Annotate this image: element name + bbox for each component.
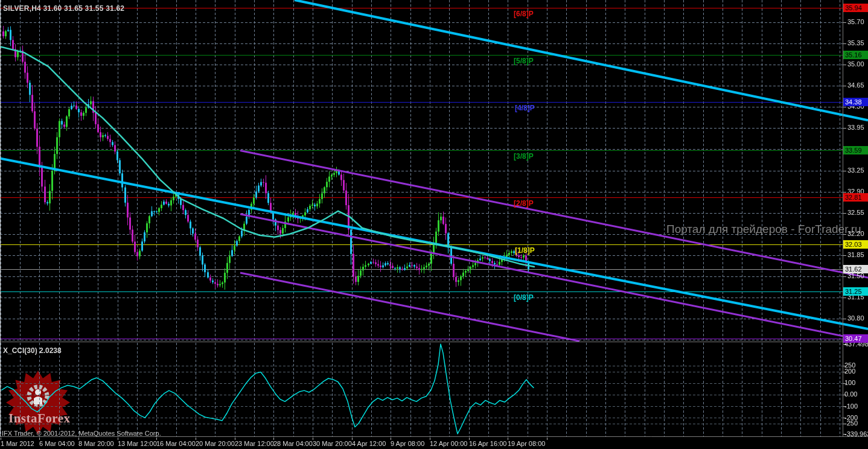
indicator-tick-label: -339.963	[844, 430, 868, 438]
murrey-label: [4/8]P	[515, 104, 535, 112]
time-tick-label: 8 Mar 20:00	[78, 440, 114, 447]
instaforex-logo-text: InstaForex	[8, 411, 71, 426]
price-level-label: 33.59	[843, 146, 868, 154]
chart-title: SILVER,H4 31.60 31.65 31.55 31.62	[3, 4, 124, 13]
time-tick-label: 9 Apr 08:00	[391, 440, 424, 447]
time-tick-label: 12 Apr 00:00	[430, 440, 467, 447]
copyright-text: IFX Trader, © 2001-2012, MetaQuotes Soft…	[2, 430, 161, 437]
price-tick-label: 35.35	[847, 39, 864, 46]
time-tick-label: 28 Mar 04:00	[273, 440, 313, 447]
indicator-tick-label: 200	[844, 368, 855, 375]
price-tick-label: 33.95	[847, 124, 864, 131]
price-tick-label: 32.20	[847, 230, 864, 237]
cci-indicator-label: X_CCI(30) 2.0238	[3, 346, 62, 355]
time-tick-label: 23 Mar 12:00	[235, 440, 274, 447]
time-tick-label: 16 Apr 16:00	[469, 440, 506, 447]
indicator-tick-label: 100	[844, 379, 855, 386]
murrey-label: [3/8]P	[514, 152, 534, 161]
time-tick-label: 4 Apr 12:00	[352, 440, 386, 447]
price-level-label: 31.62	[843, 265, 868, 273]
price-level-label: 35.94	[843, 4, 868, 12]
time-tick-label: 13 Mar 12:00	[118, 440, 157, 447]
price-tick-label: 33.25	[847, 167, 864, 174]
price-tick-label: 31.85	[847, 251, 864, 258]
mt4-chart-window: InstaForex SILVER,H4 31.60 31.65 31.55 3…	[0, 0, 868, 449]
price-tick-label: 32.55	[847, 209, 864, 216]
indicator-tick-label: 0.00	[844, 390, 857, 398]
price-level-label: 31.25	[843, 287, 868, 296]
murrey-label: [1/8]P	[515, 246, 535, 255]
price-level-label: 30.47	[843, 334, 868, 343]
murrey-label: [6/8]P	[514, 10, 534, 18]
murrey-label: [5/8]P	[514, 57, 534, 65]
time-tick-label: 19 Apr 08:00	[508, 440, 545, 447]
price-tick-label: 34.65	[847, 81, 864, 89]
indicator-tick-label: -250	[844, 419, 858, 427]
fortrader-watermark: Портал для трейдеров - ForTrader.ru	[666, 223, 861, 236]
price-level-label: 32.81	[843, 193, 868, 202]
indicator-tick-label: -100	[844, 403, 858, 410]
price-level-label: 34.38	[843, 98, 868, 106]
time-tick-label: 1 Mar 2012	[1, 440, 34, 447]
time-tick-label: 30 Mar 20:00	[313, 440, 352, 447]
murrey-label: [2/8]P	[514, 199, 534, 208]
murrey-label: [0/8]P	[514, 293, 534, 302]
price-tick-label: 30.80	[847, 314, 864, 322]
price-tick-label: 35.70	[847, 18, 864, 25]
price-level-label: 35.16	[843, 51, 868, 59]
time-tick-label: 6 Mar 04:00	[39, 440, 75, 447]
time-tick-label: 20 Mar 20:00	[196, 440, 235, 447]
time-tick-label: 16 Mar 04:00	[156, 440, 196, 447]
price-tick-label: 35.00	[847, 60, 864, 68]
price-level-label: 32.03	[843, 240, 868, 249]
